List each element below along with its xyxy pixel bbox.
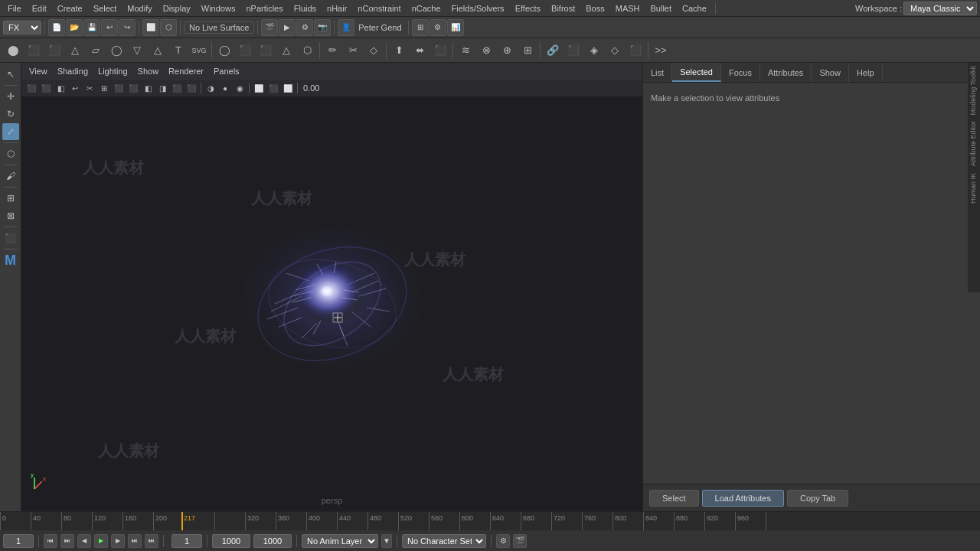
bridge-btn[interactable]: ⬌ [410, 41, 430, 60]
end-frame-btn[interactable]: ⏭ [145, 534, 158, 548]
reduce-btn[interactable]: ◇ [605, 41, 625, 60]
vp-btn2[interactable]: ⬛ [39, 81, 53, 95]
tab-show[interactable]: Show [812, 63, 849, 82]
play-btn[interactable]: ⏮ [44, 534, 57, 548]
sphere-btn[interactable]: ⬤ [3, 41, 23, 60]
snap2-tool[interactable]: ⊠ [2, 207, 19, 224]
menu-edit[interactable]: Edit [28, 2, 51, 15]
settings-btn2[interactable]: ⚙ [430, 19, 446, 36]
cylinder-btn[interactable]: ⬛ [44, 41, 64, 60]
frame-start-input[interactable]: 1 [3, 534, 34, 548]
menu-windows[interactable]: Windows [197, 2, 240, 15]
undo-btn[interactable]: ↩ [101, 19, 118, 36]
copy-tab-button[interactable]: Copy Tab [787, 490, 848, 507]
menu-nhair[interactable]: nHair [322, 2, 351, 15]
tab-selected[interactable]: Selected [672, 63, 721, 82]
vp-panels[interactable]: Panels [209, 65, 244, 77]
vp-btn1[interactable]: ⬛ [24, 81, 38, 95]
vp-btn7[interactable]: ⬛ [112, 81, 126, 95]
lasso-btn[interactable]: ⬡ [160, 19, 177, 36]
deform3-btn[interactable]: ⊕ [497, 41, 517, 60]
smooth-btn[interactable]: ◈ [584, 41, 604, 60]
menu-bifrost[interactable]: Bifrost [547, 2, 580, 15]
vp-res3[interactable]: ⬜ [281, 81, 295, 95]
tab-list[interactable]: List [643, 63, 672, 82]
vp-view[interactable]: View [24, 65, 52, 77]
anim-layer-btn[interactable]: ▼ [381, 534, 392, 548]
menu-nparticles[interactable]: nParticles [241, 2, 287, 15]
mode-dropdown[interactable]: FX [3, 21, 41, 34]
vp-btn3[interactable]: ◧ [54, 81, 67, 95]
char-set-dropdown[interactable]: No Character Set [402, 534, 486, 548]
text-btn[interactable]: T [168, 41, 188, 60]
snap-tool[interactable]: ⊞ [2, 190, 19, 207]
modeling-toolkit-label[interactable]: Modeling Toolkit [968, 63, 980, 118]
workspace-dropdown[interactable]: Maya Classic [903, 2, 977, 15]
select-btn[interactable]: ⬜ [142, 19, 159, 36]
next-key-btn[interactable]: ⏭ [128, 534, 142, 548]
menu-create[interactable]: Create [53, 2, 87, 15]
attribute-editor-label[interactable]: Attribute Editor [968, 118, 980, 170]
new-scene-btn[interactable]: 📄 [48, 19, 65, 36]
menu-ncache[interactable]: nCache [407, 2, 446, 15]
menu-mash[interactable]: MASH [611, 2, 645, 15]
range-end-input[interactable]: 1000 [253, 534, 292, 548]
svg-btn[interactable]: SVG [189, 41, 209, 60]
vp-btn10[interactable]: ◨ [155, 81, 169, 95]
vp-btn11[interactable]: ⬛ [170, 81, 184, 95]
tab-focus[interactable]: Focus [721, 63, 760, 82]
layout-tool[interactable]: ⬛ [2, 230, 19, 246]
cone-btn[interactable]: △ [65, 41, 85, 60]
nurbs-cube-btn[interactable]: ⬛ [235, 41, 255, 60]
menu-fluids[interactable]: Fluids [289, 2, 321, 15]
deform4-btn[interactable]: ⊞ [518, 41, 537, 60]
pyramid-btn[interactable]: △ [148, 41, 168, 60]
constraint-btn[interactable]: 🔗 [543, 41, 563, 60]
nurbs-cyl-btn[interactable]: ⬛ [256, 41, 276, 60]
open-scene-btn[interactable]: 📂 [66, 19, 83, 36]
menu-file[interactable]: File [3, 2, 26, 15]
extrude-btn[interactable]: ⬆ [389, 41, 409, 60]
anim-settings-btn[interactable]: 🎬 [513, 534, 527, 548]
merge-btn[interactable]: ⬛ [430, 41, 450, 60]
vp-res1[interactable]: ⬜ [252, 81, 266, 95]
vp-btn9[interactable]: ◧ [141, 81, 155, 95]
prev-key-btn[interactable]: ⏭ [60, 534, 74, 548]
fill-btn[interactable]: ⬛ [626, 41, 645, 60]
select-button[interactable]: Select [649, 490, 699, 507]
range-start-input[interactable]: 1000 [212, 534, 250, 548]
nurbs-cone-btn[interactable]: △ [276, 41, 296, 60]
paint-tool[interactable]: 🖌 [2, 168, 19, 184]
menu-fields[interactable]: Fields/Solvers [447, 2, 509, 15]
vp-renderer[interactable]: Renderer [164, 65, 208, 77]
deform2-btn[interactable]: ⊗ [476, 41, 496, 60]
bevel-btn[interactable]: ◇ [364, 41, 384, 60]
tab-attributes[interactable]: Attributes [760, 63, 812, 82]
settings-btn3[interactable]: 📊 [447, 19, 464, 36]
vp-btn8[interactable]: ⬛ [126, 81, 140, 95]
frame-input[interactable]: 1 [172, 534, 202, 548]
cut-btn[interactable]: ✂ [343, 41, 363, 60]
vp-btn5[interactable]: ✂ [83, 81, 96, 95]
subdiv-btn[interactable]: ⬡ [297, 41, 317, 60]
vp-shade1[interactable]: ◑ [204, 81, 217, 95]
vp-res2[interactable]: ⬛ [266, 81, 280, 95]
menu-display[interactable]: Display [158, 2, 195, 15]
settings-btn1[interactable]: ⊞ [412, 19, 429, 36]
scale-tool[interactable]: ⤢ [2, 123, 19, 140]
menu-modify[interactable]: Modify [122, 2, 156, 15]
mirror-btn[interactable]: ⬛ [564, 41, 583, 60]
vp-btn4[interactable]: ↩ [68, 81, 82, 95]
menu-nconstraint[interactable]: nConstraint [353, 2, 405, 15]
load-attributes-button[interactable]: Load Attributes [702, 490, 784, 507]
render4-btn[interactable]: 📷 [314, 19, 331, 36]
plane-btn[interactable]: ▱ [86, 41, 106, 60]
menu-cache[interactable]: Cache [678, 2, 711, 15]
deform-btn[interactable]: ≋ [456, 41, 475, 60]
user-btn[interactable]: 👤 [338, 19, 354, 36]
timeline-ruler[interactable]: 0 40 80 120 160 200 217 320 360 400 440 … [0, 512, 980, 530]
select-tool[interactable]: ↖ [2, 66, 19, 83]
redo-btn[interactable]: ↪ [119, 19, 136, 36]
menu-bullet[interactable]: Bullet [646, 2, 677, 15]
menu-effects[interactable]: Effects [511, 2, 545, 15]
